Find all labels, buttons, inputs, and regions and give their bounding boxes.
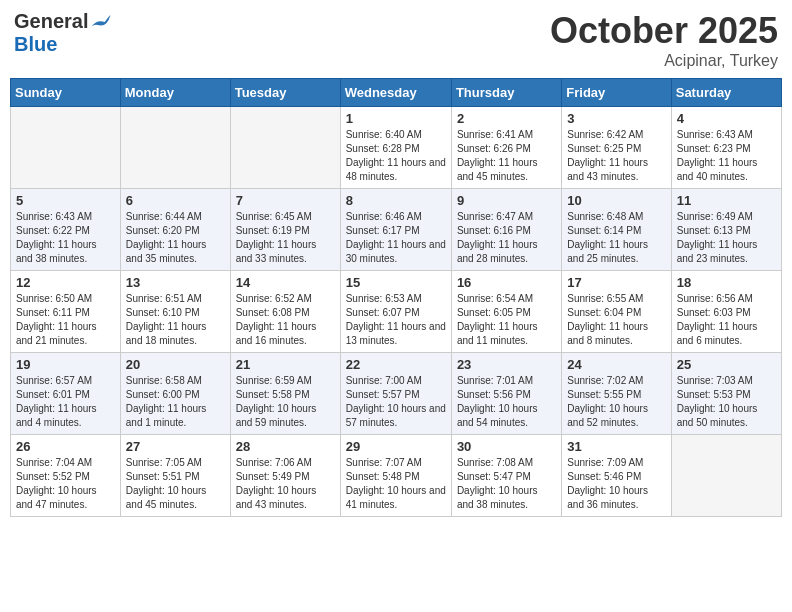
day-number: 13 xyxy=(126,275,225,290)
calendar-cell: 4 Sunrise: 6:43 AMSunset: 6:23 PMDayligh… xyxy=(671,107,781,189)
day-number: 1 xyxy=(346,111,446,126)
calendar-cell: 29 Sunrise: 7:07 AMSunset: 5:48 PMDaylig… xyxy=(340,435,451,517)
day-number: 2 xyxy=(457,111,556,126)
calendar-header-row: SundayMondayTuesdayWednesdayThursdayFrid… xyxy=(11,79,782,107)
day-info: Sunrise: 7:09 AMSunset: 5:46 PMDaylight:… xyxy=(567,456,665,512)
day-info: Sunrise: 7:08 AMSunset: 5:47 PMDaylight:… xyxy=(457,456,556,512)
title-block: October 2025 Acipinar, Turkey xyxy=(550,10,778,70)
day-info: Sunrise: 6:50 AMSunset: 6:11 PMDaylight:… xyxy=(16,292,115,348)
day-number: 31 xyxy=(567,439,665,454)
calendar-cell: 6 Sunrise: 6:44 AMSunset: 6:20 PMDayligh… xyxy=(120,189,230,271)
day-number: 17 xyxy=(567,275,665,290)
calendar-cell: 7 Sunrise: 6:45 AMSunset: 6:19 PMDayligh… xyxy=(230,189,340,271)
calendar-cell: 11 Sunrise: 6:49 AMSunset: 6:13 PMDaylig… xyxy=(671,189,781,271)
day-info: Sunrise: 7:03 AMSunset: 5:53 PMDaylight:… xyxy=(677,374,776,430)
day-number: 10 xyxy=(567,193,665,208)
calendar-cell xyxy=(11,107,121,189)
day-info: Sunrise: 6:43 AMSunset: 6:23 PMDaylight:… xyxy=(677,128,776,184)
day-number: 18 xyxy=(677,275,776,290)
page-header: General Blue October 2025 Acipinar, Turk… xyxy=(10,10,782,70)
day-number: 14 xyxy=(236,275,335,290)
calendar-week-1: 1 Sunrise: 6:40 AMSunset: 6:28 PMDayligh… xyxy=(11,107,782,189)
col-header-thursday: Thursday xyxy=(451,79,561,107)
day-number: 23 xyxy=(457,357,556,372)
day-info: Sunrise: 6:42 AMSunset: 6:25 PMDaylight:… xyxy=(567,128,665,184)
day-info: Sunrise: 6:46 AMSunset: 6:17 PMDaylight:… xyxy=(346,210,446,266)
calendar-cell: 21 Sunrise: 6:59 AMSunset: 5:58 PMDaylig… xyxy=(230,353,340,435)
day-info: Sunrise: 6:47 AMSunset: 6:16 PMDaylight:… xyxy=(457,210,556,266)
day-number: 19 xyxy=(16,357,115,372)
calendar-cell: 19 Sunrise: 6:57 AMSunset: 6:01 PMDaylig… xyxy=(11,353,121,435)
calendar-cell: 12 Sunrise: 6:50 AMSunset: 6:11 PMDaylig… xyxy=(11,271,121,353)
calendar-cell: 23 Sunrise: 7:01 AMSunset: 5:56 PMDaylig… xyxy=(451,353,561,435)
col-header-monday: Monday xyxy=(120,79,230,107)
calendar-cell: 27 Sunrise: 7:05 AMSunset: 5:51 PMDaylig… xyxy=(120,435,230,517)
day-number: 21 xyxy=(236,357,335,372)
day-info: Sunrise: 7:01 AMSunset: 5:56 PMDaylight:… xyxy=(457,374,556,430)
calendar-cell: 16 Sunrise: 6:54 AMSunset: 6:05 PMDaylig… xyxy=(451,271,561,353)
day-number: 5 xyxy=(16,193,115,208)
calendar-cell xyxy=(120,107,230,189)
calendar-week-4: 19 Sunrise: 6:57 AMSunset: 6:01 PMDaylig… xyxy=(11,353,782,435)
calendar-table: SundayMondayTuesdayWednesdayThursdayFrid… xyxy=(10,78,782,517)
day-number: 4 xyxy=(677,111,776,126)
day-number: 30 xyxy=(457,439,556,454)
col-header-saturday: Saturday xyxy=(671,79,781,107)
logo-general-text: General xyxy=(14,10,88,33)
day-info: Sunrise: 6:48 AMSunset: 6:14 PMDaylight:… xyxy=(567,210,665,266)
logo-bird-icon xyxy=(90,13,112,31)
day-info: Sunrise: 6:53 AMSunset: 6:07 PMDaylight:… xyxy=(346,292,446,348)
calendar-cell: 10 Sunrise: 6:48 AMSunset: 6:14 PMDaylig… xyxy=(562,189,671,271)
calendar-cell: 9 Sunrise: 6:47 AMSunset: 6:16 PMDayligh… xyxy=(451,189,561,271)
day-number: 28 xyxy=(236,439,335,454)
month-title: October 2025 xyxy=(550,10,778,52)
calendar-cell: 30 Sunrise: 7:08 AMSunset: 5:47 PMDaylig… xyxy=(451,435,561,517)
day-number: 20 xyxy=(126,357,225,372)
day-info: Sunrise: 6:49 AMSunset: 6:13 PMDaylight:… xyxy=(677,210,776,266)
calendar-cell: 25 Sunrise: 7:03 AMSunset: 5:53 PMDaylig… xyxy=(671,353,781,435)
day-info: Sunrise: 6:57 AMSunset: 6:01 PMDaylight:… xyxy=(16,374,115,430)
day-number: 6 xyxy=(126,193,225,208)
day-info: Sunrise: 6:58 AMSunset: 6:00 PMDaylight:… xyxy=(126,374,225,430)
calendar-cell: 22 Sunrise: 7:00 AMSunset: 5:57 PMDaylig… xyxy=(340,353,451,435)
calendar-cell: 14 Sunrise: 6:52 AMSunset: 6:08 PMDaylig… xyxy=(230,271,340,353)
day-info: Sunrise: 6:45 AMSunset: 6:19 PMDaylight:… xyxy=(236,210,335,266)
calendar-cell: 20 Sunrise: 6:58 AMSunset: 6:00 PMDaylig… xyxy=(120,353,230,435)
day-info: Sunrise: 6:54 AMSunset: 6:05 PMDaylight:… xyxy=(457,292,556,348)
day-number: 12 xyxy=(16,275,115,290)
calendar-cell: 17 Sunrise: 6:55 AMSunset: 6:04 PMDaylig… xyxy=(562,271,671,353)
col-header-sunday: Sunday xyxy=(11,79,121,107)
day-info: Sunrise: 7:05 AMSunset: 5:51 PMDaylight:… xyxy=(126,456,225,512)
day-number: 9 xyxy=(457,193,556,208)
day-info: Sunrise: 7:04 AMSunset: 5:52 PMDaylight:… xyxy=(16,456,115,512)
day-number: 24 xyxy=(567,357,665,372)
day-number: 15 xyxy=(346,275,446,290)
calendar-week-3: 12 Sunrise: 6:50 AMSunset: 6:11 PMDaylig… xyxy=(11,271,782,353)
day-info: Sunrise: 6:55 AMSunset: 6:04 PMDaylight:… xyxy=(567,292,665,348)
day-number: 8 xyxy=(346,193,446,208)
day-number: 11 xyxy=(677,193,776,208)
day-info: Sunrise: 6:56 AMSunset: 6:03 PMDaylight:… xyxy=(677,292,776,348)
day-number: 7 xyxy=(236,193,335,208)
calendar-cell: 13 Sunrise: 6:51 AMSunset: 6:10 PMDaylig… xyxy=(120,271,230,353)
calendar-cell xyxy=(230,107,340,189)
logo-blue-text: Blue xyxy=(14,33,57,56)
calendar-cell: 3 Sunrise: 6:42 AMSunset: 6:25 PMDayligh… xyxy=(562,107,671,189)
day-info: Sunrise: 6:51 AMSunset: 6:10 PMDaylight:… xyxy=(126,292,225,348)
day-info: Sunrise: 6:40 AMSunset: 6:28 PMDaylight:… xyxy=(346,128,446,184)
calendar-cell: 2 Sunrise: 6:41 AMSunset: 6:26 PMDayligh… xyxy=(451,107,561,189)
calendar-cell: 26 Sunrise: 7:04 AMSunset: 5:52 PMDaylig… xyxy=(11,435,121,517)
day-number: 25 xyxy=(677,357,776,372)
day-info: Sunrise: 6:59 AMSunset: 5:58 PMDaylight:… xyxy=(236,374,335,430)
calendar-cell: 5 Sunrise: 6:43 AMSunset: 6:22 PMDayligh… xyxy=(11,189,121,271)
col-header-friday: Friday xyxy=(562,79,671,107)
day-number: 29 xyxy=(346,439,446,454)
day-info: Sunrise: 7:02 AMSunset: 5:55 PMDaylight:… xyxy=(567,374,665,430)
day-number: 16 xyxy=(457,275,556,290)
day-info: Sunrise: 6:43 AMSunset: 6:22 PMDaylight:… xyxy=(16,210,115,266)
day-info: Sunrise: 7:00 AMSunset: 5:57 PMDaylight:… xyxy=(346,374,446,430)
calendar-cell: 18 Sunrise: 6:56 AMSunset: 6:03 PMDaylig… xyxy=(671,271,781,353)
calendar-week-5: 26 Sunrise: 7:04 AMSunset: 5:52 PMDaylig… xyxy=(11,435,782,517)
calendar-cell: 28 Sunrise: 7:06 AMSunset: 5:49 PMDaylig… xyxy=(230,435,340,517)
calendar-cell xyxy=(671,435,781,517)
